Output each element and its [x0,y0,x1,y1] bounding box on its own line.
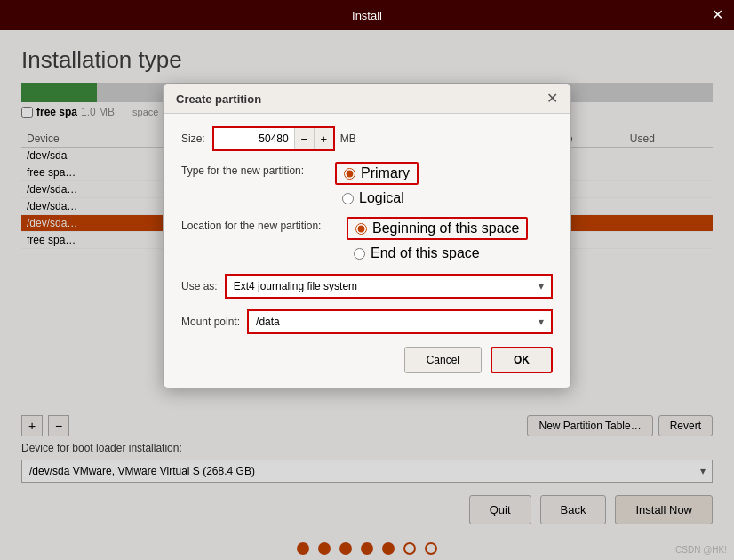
dialog-close-button[interactable]: ✕ [547,92,558,106]
use-as-select-wrapper: Ext4 journaling file system ▾ [225,274,553,299]
location-beginning-label: Beginning of this space [372,220,519,236]
location-end-label: End of this space [371,245,480,261]
size-input-wrapper: − + [212,126,335,151]
location-label: Location for the new partition: [181,217,339,232]
dialog-title-bar: Create partition ✕ [164,84,570,114]
mount-point-row: Mount point: ▾ [181,309,553,334]
location-end-radio[interactable] [354,248,365,260]
type-logical-label: Logical [359,190,404,206]
type-logical-radio[interactable] [342,193,354,204]
size-increase-button[interactable]: + [314,128,333,149]
ok-button[interactable]: OK [491,347,553,373]
type-primary-radio[interactable] [344,168,355,180]
mount-label: Mount point: [181,316,240,328]
type-label: Type for the new partition: [181,162,328,177]
dialog-buttons: Cancel OK [181,347,553,373]
mount-input-wrapper: ▾ [247,309,553,334]
size-input[interactable] [214,129,294,148]
location-beginning-radio[interactable] [355,223,367,235]
use-as-label: Use as: [181,280,218,292]
create-partition-dialog: Create partition ✕ Size: − + MB Type for… [163,84,571,388]
location-end-option[interactable]: End of this space [347,244,528,263]
type-section: Type for the new partition: Primary Logi… [181,162,553,208]
dialog-title: Create partition [176,92,261,106]
location-section: Location for the new partition: Beginnin… [181,217,553,263]
size-decrease-button[interactable]: − [294,128,314,149]
type-primary-label: Primary [361,165,410,181]
window-close-button[interactable]: ✕ [712,8,723,22]
type-logical-option[interactable]: Logical [335,188,419,208]
window-title: Install [352,9,382,22]
size-unit: MB [340,132,356,145]
mount-input[interactable] [249,311,551,332]
dialog-body: Size: − + MB Type for the new partition:… [164,114,570,388]
title-bar: Install ✕ [0,0,734,30]
cancel-button[interactable]: Cancel [404,347,482,373]
dialog-overlay: Create partition ✕ Size: − + MB Type for… [0,30,734,560]
type-primary-option[interactable]: Primary [335,162,419,185]
size-label: Size: [181,132,205,145]
use-as-row: Use as: Ext4 journaling file system ▾ [181,274,553,299]
size-row: Size: − + MB [181,126,553,151]
location-beginning-option[interactable]: Beginning of this space [347,217,528,240]
use-as-select[interactable]: Ext4 journaling file system [227,276,551,297]
